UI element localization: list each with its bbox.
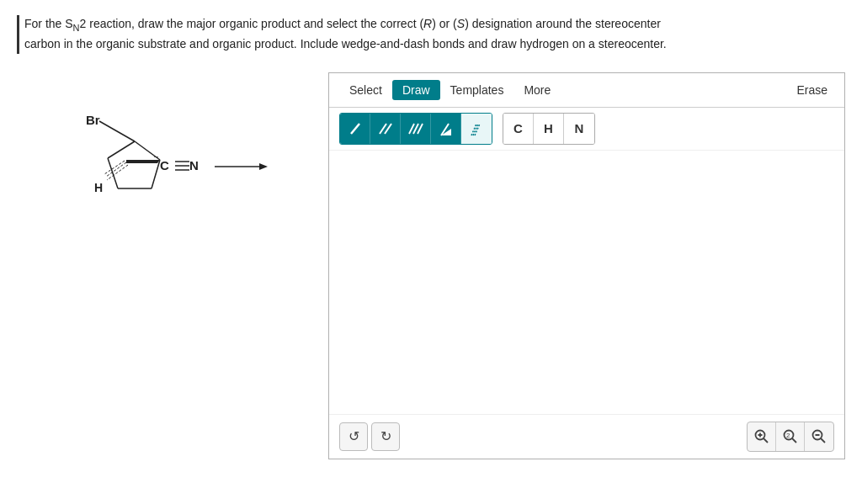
zoom-in-icon <box>753 428 770 445</box>
toolbar-menu: Select Draw Templates More <box>339 80 561 100</box>
double-bond-icon <box>378 120 393 137</box>
atom-buttons-group: C H N <box>503 113 595 145</box>
triple-bond-icon <box>407 120 424 137</box>
editor-area: Br <box>17 72 845 459</box>
double-bond-button[interactable] <box>370 114 401 144</box>
question-line2: carbon in the organic substrate and orga… <box>24 37 667 50</box>
canvas-area[interactable] <box>329 151 844 414</box>
question-text: For the SN2 reaction, draw the major org… <box>17 15 842 54</box>
br-label: Br <box>86 113 100 127</box>
zoom-out-button[interactable] <box>805 422 833 451</box>
zoom-out-icon <box>811 428 827 445</box>
svg-line-8 <box>104 161 125 174</box>
toolbar-row: Select Draw Templates More Erase <box>329 73 844 108</box>
undo-redo-group: ↺ ↻ <box>339 422 400 451</box>
svg-line-13 <box>351 124 359 134</box>
svg-line-5 <box>99 121 135 141</box>
more-menu-item[interactable]: More <box>513 80 561 100</box>
zoom-fit-icon: 2 <box>782 428 799 445</box>
arrow <box>259 163 268 170</box>
zoom-in-button[interactable] <box>748 422 776 451</box>
question-line1: For the SN2 reaction, draw the major org… <box>24 17 661 30</box>
zoom-group: 2 <box>747 422 834 452</box>
drawing-panel: Select Draw Templates More Erase <box>328 72 845 459</box>
single-bond-button[interactable] <box>340 114 370 144</box>
draw-menu-item[interactable]: Draw <box>392 80 440 100</box>
svg-line-27 <box>764 438 768 443</box>
svg-line-33 <box>821 438 825 443</box>
n-label: N <box>189 158 199 172</box>
carbon-atom-button[interactable]: C <box>503 114 534 144</box>
redo-button[interactable]: ↻ <box>371 422 400 451</box>
tools-row: C H N <box>329 108 844 151</box>
wedge-bond-button[interactable] <box>431 114 461 144</box>
zoom-fit-button[interactable]: 2 <box>776 422 805 451</box>
select-menu-item[interactable]: Select <box>339 80 392 100</box>
dash-bond-icon <box>469 120 484 137</box>
nitrogen-atom-button[interactable]: N <box>564 114 594 144</box>
triple-bond-button[interactable] <box>401 114 431 144</box>
svg-line-30 <box>792 438 796 443</box>
single-bond-icon <box>348 120 363 137</box>
chem-svg-wrapper: Br <box>34 89 311 224</box>
svg-line-21 <box>471 124 476 135</box>
chem-drawing: Br <box>17 72 328 241</box>
svg-text:2: 2 <box>786 432 790 439</box>
hydrogen-atom-button[interactable]: H <box>534 114 564 144</box>
reaction-svg: Br <box>34 89 311 224</box>
dash-bond-button[interactable] <box>461 114 492 144</box>
c-label: C <box>160 158 169 172</box>
svg-line-6 <box>106 162 126 177</box>
wedge-bond-icon <box>439 120 454 137</box>
page-container: For the SN2 reaction, draw the major org… <box>0 0 862 504</box>
templates-menu-item[interactable]: Templates <box>440 80 514 100</box>
svg-line-7 <box>107 165 128 180</box>
undo-button[interactable]: ↺ <box>339 422 368 451</box>
svg-line-4 <box>108 141 135 158</box>
bond-tools-group <box>339 113 492 145</box>
h-label: H <box>94 181 103 194</box>
minus-sign: ⁻ <box>153 152 159 165</box>
erase-button[interactable]: Erase <box>790 80 834 100</box>
bottom-controls: ↺ ↻ 2 <box>329 414 844 459</box>
